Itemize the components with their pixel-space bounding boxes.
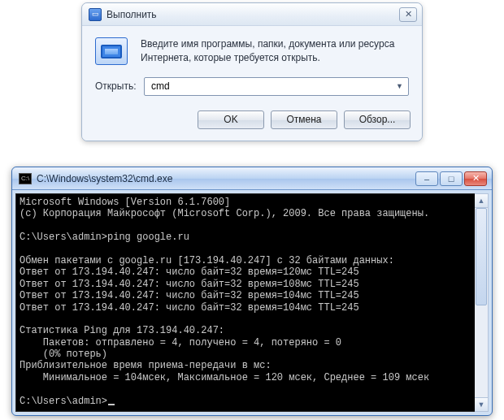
run-open-row: Открыть: ▼ xyxy=(82,66,422,96)
scrollbar[interactable]: ▲ ▼ xyxy=(475,193,489,412)
cancel-button[interactable]: Отмена xyxy=(271,110,337,129)
window-controls: – □ ✕ xyxy=(415,171,487,186)
run-titlebar[interactable]: ▭ Выполнить ✕ xyxy=(82,3,422,26)
cmd-icon: C:\ xyxy=(19,173,32,184)
open-input[interactable] xyxy=(150,80,394,93)
console-line xyxy=(20,314,484,325)
run-body: Введите имя программы, папки, документа … xyxy=(82,26,422,66)
console-line: C:\Users\admin>ping google.ru xyxy=(20,232,484,243)
console-line: Пакетов: отправлено = 4, получено = 4, п… xyxy=(20,337,484,349)
console-line: C:\Users\admin> xyxy=(20,396,484,407)
console-titlebar[interactable]: C:\ C:\Windows\system32\cmd.exe – □ ✕ xyxy=(12,167,492,190)
console-line: (0% потерь) xyxy=(20,349,484,360)
close-button[interactable]: ✕ xyxy=(464,171,487,186)
chevron-down-icon[interactable]: ▼ xyxy=(394,82,405,90)
console-line xyxy=(20,383,484,395)
ok-button[interactable]: OK xyxy=(198,110,264,129)
open-combobox[interactable]: ▼ xyxy=(144,77,409,96)
console-line: (c) Корпорация Майкрософт (Microsoft Cor… xyxy=(20,208,484,219)
console-line: Статистика Ping для 173.194.40.247: xyxy=(20,325,484,336)
console-line: Ответ от 173.194.40.247: число байт=32 в… xyxy=(20,290,484,301)
console-output[interactable]: Microsoft Windows [Version 6.1.7600](c) … xyxy=(15,193,489,412)
console-line: Ответ от 173.194.40.247: число байт=32 в… xyxy=(20,302,484,314)
console-line: Ответ от 173.194.40.247: число байт=32 в… xyxy=(20,279,484,290)
console-line: Обмен пакетами с google.ru [173.194.40.2… xyxy=(20,255,484,266)
console-line: Microsoft Windows [Version 6.1.7600] xyxy=(20,197,484,208)
console-line: Минимальное = 104мсек, Максимальное = 12… xyxy=(20,372,484,383)
run-title-icon: ▭ xyxy=(89,8,102,21)
scroll-thumb[interactable] xyxy=(476,208,487,305)
run-description: Введите имя программы, папки, документа … xyxy=(141,37,409,66)
console-line: Приблизительное время приема-передачи в … xyxy=(20,360,484,371)
maximize-button[interactable]: □ xyxy=(440,171,463,186)
close-button[interactable]: ✕ xyxy=(399,7,417,22)
console-window: C:\ C:\Windows\system32\cmd.exe – □ ✕ Mi… xyxy=(11,167,493,416)
cursor xyxy=(108,404,115,405)
scroll-track[interactable] xyxy=(475,208,488,397)
console-title: C:\Windows\system32\cmd.exe xyxy=(37,173,415,184)
open-label: Открыть: xyxy=(95,80,144,92)
console-line xyxy=(20,244,484,255)
run-program-icon xyxy=(95,37,128,65)
run-title: Выполнить xyxy=(106,9,399,20)
minimize-button[interactable]: – xyxy=(415,171,438,186)
browse-button[interactable]: Обзор... xyxy=(344,110,411,129)
scroll-up-icon[interactable]: ▲ xyxy=(475,194,488,208)
console-line xyxy=(20,220,484,232)
scroll-down-icon[interactable]: ▼ xyxy=(475,397,488,411)
run-dialog: ▭ Выполнить ✕ Введите имя программы, пап… xyxy=(81,2,423,141)
close-icon: ✕ xyxy=(405,9,412,19)
run-button-row: OK Отмена Обзор... xyxy=(82,96,422,141)
console-line: Ответ от 173.194.40.247: число байт=32 в… xyxy=(20,266,484,278)
